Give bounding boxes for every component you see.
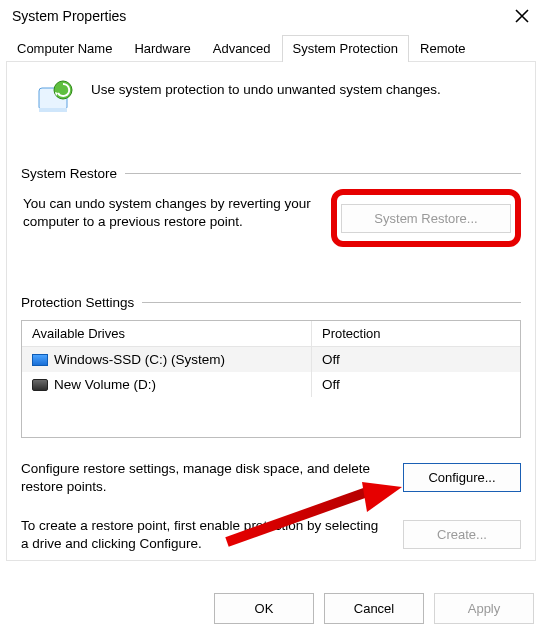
create-description: To create a restore point, first enable … <box>21 517 386 552</box>
tab-strip: Computer Name Hardware Advanced System P… <box>0 34 542 61</box>
tab-system-protection[interactable]: System Protection <box>282 35 410 62</box>
divider <box>125 173 521 174</box>
group-system-restore-label: System Restore <box>21 166 117 181</box>
svg-rect-1 <box>39 108 67 112</box>
tab-remote[interactable]: Remote <box>409 35 477 62</box>
tab-computer-name[interactable]: Computer Name <box>6 35 123 62</box>
drive-protection-status: Off <box>312 372 520 397</box>
group-protection-settings: Protection Settings <box>21 295 521 310</box>
apply-button[interactable]: Apply <box>434 593 534 624</box>
configure-description: Configure restore settings, manage disk … <box>21 460 386 495</box>
drives-table-header: Available Drives Protection <box>22 321 520 347</box>
system-restore-button[interactable]: System Restore... <box>341 204 511 233</box>
drive-protection-status: Off <box>312 347 520 372</box>
drive-name: New Volume (D:) <box>54 377 156 392</box>
table-row[interactable]: New Volume (D:) Off <box>22 372 520 397</box>
table-row[interactable]: Windows-SSD (C:) (System) Off <box>22 347 520 372</box>
system-restore-description: You can undo system changes by reverting… <box>23 195 323 231</box>
configure-button[interactable]: Configure... <box>403 463 521 492</box>
tab-hardware[interactable]: Hardware <box>123 35 201 62</box>
ok-button[interactable]: OK <box>214 593 314 624</box>
col-protection[interactable]: Protection <box>312 321 520 346</box>
cancel-button[interactable]: Cancel <box>324 593 424 624</box>
tab-advanced[interactable]: Advanced <box>202 35 282 62</box>
group-protection-settings-label: Protection Settings <box>21 295 134 310</box>
group-system-restore: System Restore <box>21 166 521 181</box>
drive-icon <box>32 354 48 366</box>
drive-icon <box>32 379 48 391</box>
intro-text: Use system protection to undo unwanted s… <box>91 78 441 97</box>
create-button[interactable]: Create... <box>403 520 521 549</box>
annotation-highlight: System Restore... <box>331 189 521 247</box>
system-protection-icon <box>33 78 77 122</box>
divider <box>142 302 521 303</box>
drives-table[interactable]: Available Drives Protection Windows-SSD … <box>21 320 521 438</box>
close-icon[interactable] <box>514 8 530 24</box>
intro-row: Use system protection to undo unwanted s… <box>21 76 521 128</box>
dialog-footer: OK Cancel Apply <box>214 593 534 624</box>
window-title: System Properties <box>12 8 126 24</box>
col-available-drives[interactable]: Available Drives <box>22 321 312 346</box>
titlebar: System Properties <box>0 0 542 34</box>
drive-name: Windows-SSD (C:) (System) <box>54 352 225 367</box>
tab-panel-system-protection: Use system protection to undo unwanted s… <box>6 61 536 561</box>
